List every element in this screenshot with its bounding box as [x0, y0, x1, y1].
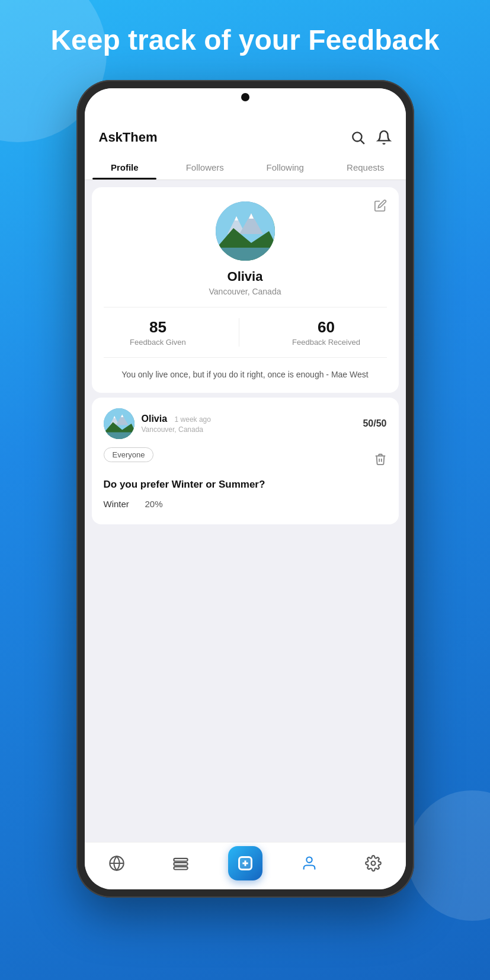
svg-rect-13 — [104, 433, 134, 439]
avatar — [216, 201, 275, 261]
profile-icon — [301, 855, 318, 872]
tab-requests[interactable]: Requests — [325, 154, 406, 180]
poll-option-pct: 20% — [145, 499, 163, 509]
svg-rect-19 — [174, 863, 187, 866]
audience-tag: Everyone — [104, 447, 154, 462]
post-user-name-row: Olivia 1 week ago — [142, 414, 211, 424]
poll-option-label: Winter — [104, 499, 139, 509]
tab-following[interactable]: Following — [245, 154, 326, 180]
feedback-received-number: 60 — [292, 318, 360, 337]
cards-icon — [172, 855, 189, 872]
globe-icon — [108, 855, 125, 872]
post-time: 1 week ago — [175, 415, 211, 424]
nav-explore[interactable] — [85, 843, 149, 883]
svg-rect-20 — [174, 867, 187, 870]
app-header: AskThem — [85, 121, 406, 154]
divider-2 — [104, 357, 387, 358]
hero-title: Keep track of your Feedback — [27, 24, 463, 56]
feedback-given-number: 85 — [130, 318, 186, 337]
nav-feed[interactable] — [149, 843, 213, 883]
svg-point-0 — [353, 133, 361, 142]
poll-option-winter: Winter 20% — [104, 499, 387, 509]
user-bio: You only live once, but if you do it rig… — [104, 369, 387, 381]
post-user-name: Olivia — [142, 414, 168, 424]
divider-1 — [104, 307, 387, 308]
tab-profile[interactable]: Profile — [85, 154, 165, 180]
notification-icon[interactable] — [376, 130, 392, 145]
svg-line-1 — [360, 140, 364, 144]
stat-feedback-given: 85 Feedback Given — [130, 318, 186, 347]
post-user-details: Olivia 1 week ago Vancouver, Canada — [142, 414, 211, 434]
feedback-received-label: Feedback Received — [292, 338, 360, 347]
svg-rect-18 — [174, 859, 187, 861]
post-avatar — [104, 408, 134, 439]
post-card: Olivia 1 week ago Vancouver, Canada 50/5… — [92, 398, 399, 524]
bg-decoration-right — [407, 790, 490, 921]
stat-feedback-received: 60 Feedback Received — [292, 318, 360, 347]
avatar-container — [104, 201, 387, 261]
post-user-info: Olivia 1 week ago Vancouver, Canada — [104, 408, 211, 439]
stats-row: 85 Feedback Given 60 Feedback Received — [104, 318, 387, 347]
settings-icon — [365, 855, 382, 872]
edit-icon[interactable] — [374, 199, 387, 212]
user-name: Olivia — [104, 269, 387, 284]
delete-icon[interactable] — [374, 453, 387, 466]
svg-rect-6 — [216, 248, 275, 261]
svg-point-25 — [371, 861, 376, 865]
nav-profile[interactable] — [277, 843, 341, 883]
user-location: Vancouver, Canada — [104, 287, 387, 296]
nav-create[interactable] — [213, 843, 277, 883]
header-icons — [350, 130, 392, 145]
create-button[interactable] — [228, 846, 262, 880]
scroll-content: Olivia Vancouver, Canada 85 Feedback Giv… — [85, 180, 406, 842]
app-title: AskThem — [99, 130, 158, 145]
post-score: 50/50 — [363, 418, 386, 429]
tab-followers[interactable]: Followers — [165, 154, 245, 180]
profile-card: Olivia Vancouver, Canada 85 Feedback Giv… — [92, 187, 399, 393]
bottom-nav — [85, 842, 406, 889]
feedback-given-label: Feedback Given — [130, 338, 186, 347]
phone-frame: AskThem Profile Followers Follo — [76, 80, 414, 898]
post-header: Olivia 1 week ago Vancouver, Canada 50/5… — [104, 408, 387, 439]
camera-notch — [241, 93, 249, 101]
stat-divider — [239, 318, 239, 347]
nav-settings[interactable] — [341, 843, 405, 883]
phone-screen: AskThem Profile Followers Follo — [85, 88, 406, 889]
search-icon[interactable] — [350, 130, 366, 145]
tab-bar: Profile Followers Following Requests — [85, 154, 406, 180]
post-location: Vancouver, Canada — [142, 425, 211, 434]
svg-point-24 — [306, 857, 312, 862]
plus-icon — [237, 855, 254, 872]
post-question: Do you prefer Winter or Summer? — [104, 479, 387, 491]
